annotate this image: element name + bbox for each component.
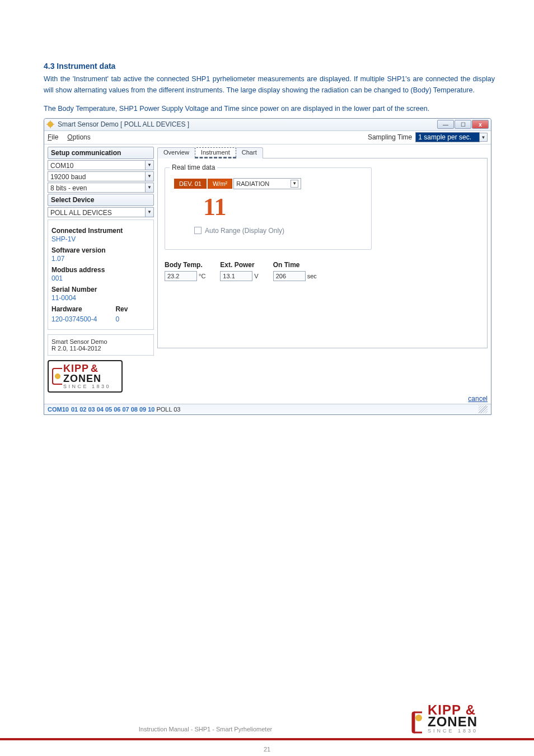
ext-power-label: Ext. Power [220,261,258,269]
tab-overview[interactable]: Overview [157,147,195,158]
setup-communication-header[interactable]: Setup communication [48,147,154,159]
serial-number-label: Serial Number [51,286,150,293]
baud-select[interactable]: 19200 baud ▼ [48,171,154,181]
auto-range-label: Auto Range (Display Only) [205,227,284,235]
on-time-unit: sec [307,273,317,279]
select-device-header[interactable]: Select Device [48,194,154,206]
footer-since: SINCE 1830 [428,728,478,734]
connected-instrument-label: Connected Instrument [51,227,150,235]
measure-select[interactable]: RADIATION ▼ [233,178,301,189]
status-addr: 04 [97,406,104,413]
device-chip: DEV. 01 [174,179,207,189]
serial-number-value: 11-0004 [51,294,150,302]
status-addr: 02 [79,406,86,413]
instrument-info-box: Connected Instrument SHP-1V Software ver… [48,220,154,330]
sidebar-logo: KIPP& ZONEN SINCE 1830 [48,360,123,393]
footer-brand-2: ZONEN [428,716,478,728]
app-version-name: Smart Sensor Demo [51,338,150,345]
hardware-label: Hardware [51,305,113,313]
window-title: Smart Sensor Demo [ POLL ALL DEVICES ] [58,120,189,128]
chevron-down-icon[interactable]: ▼ [146,183,154,193]
footer-logo-icon [411,711,425,734]
connected-instrument-value: SHP-1V [51,235,150,243]
ext-power-unit: V [254,273,258,279]
bits-select[interactable]: 8 bits - even ▼ [48,183,154,193]
window-controls: — ☐ x [437,120,489,129]
menu-options[interactable]: Options [67,133,90,141]
tab-instrument[interactable]: Instrument [195,147,236,158]
app-icon [46,120,54,128]
com-port-value: COM10 [48,160,146,170]
status-poll: POLL 03 [156,406,180,413]
unit-chip: W/m² [208,179,232,189]
logo-brand-1: KIPP [63,363,89,374]
software-version-label: Software version [51,246,150,254]
realtime-group: Real time data DEV. 01 W/m² RADIATION ▼ [165,167,372,250]
status-bar: COM10 01 02 03 04 05 06 07 08 09 10 POLL… [44,404,491,414]
menubar: File Options Sampling Time 1 sample per … [44,131,491,144]
chevron-down-icon[interactable]: ▼ [480,133,488,142]
software-version-value: 1.07 [51,255,150,263]
metrics-row: Body Temp. 23.2 °C Ext. Power 13.1 [165,261,480,281]
hardware-value: 120-0374500-4 [51,315,113,323]
realtime-group-title: Real time data [170,164,217,171]
logo-brand-2: ZONEN [63,374,111,384]
on-time-label: On Time [273,261,317,269]
body-temp-unit: °C [199,273,205,279]
menu-file[interactable]: File [48,133,58,141]
poll-select[interactable]: POLL ALL DEVICES ▼ [48,207,154,217]
rev-value: 0 [115,315,119,323]
body-temp-value: 23.2 [165,271,197,281]
status-addr: 10 [148,406,154,413]
chevron-down-icon[interactable]: ▼ [291,180,298,188]
page-number: 21 [0,746,534,753]
tab-bar: Overview Instrument Chart [157,147,488,158]
ext-power-value: 13.1 [220,271,252,281]
close-button[interactable]: x [472,120,489,129]
sampling-time-select[interactable]: 1 sample per sec. [415,132,480,142]
page-footer: Instruction Manual - SHP1 - Smart Pyrhel… [0,704,534,740]
chevron-down-icon[interactable]: ▼ [146,207,154,217]
sampling-time-label: Sampling Time [368,133,412,141]
modbus-address-label: Modbus address [51,266,150,274]
paragraph-2: The Body Temperature, SHP1 Power Supply … [44,104,495,115]
measure-value: RADIATION [236,180,269,187]
cancel-link[interactable]: cancel [44,394,491,404]
rev-label: Rev [115,305,128,313]
status-com: COM10 [48,406,69,413]
auto-range-checkbox[interactable] [194,227,202,234]
chevron-down-icon[interactable]: ▼ [146,160,154,170]
status-addr: 09 [139,406,146,413]
footer-logo: KIPP & ZONEN SINCE 1830 [411,704,495,734]
maximize-button[interactable]: ☐ [455,120,471,129]
tab-panel: Real time data DEV. 01 W/m² RADIATION ▼ [157,158,488,348]
tab-chart[interactable]: Chart [236,147,263,158]
titlebar: Smart Sensor Demo [ POLL ALL DEVICES ] —… [44,119,491,131]
app-window: Smart Sensor Demo [ POLL ALL DEVICES ] —… [44,118,491,415]
baud-value: 19200 baud [48,171,146,181]
svg-point-0 [48,122,53,127]
status-addr: 01 [71,406,78,413]
status-addr: 05 [105,406,112,413]
on-time-value: 206 [273,271,306,281]
logo-sun-icon [52,368,62,385]
bits-value: 8 bits - even [48,183,146,193]
resize-grip-icon[interactable] [479,405,488,413]
realtime-value: 11 [203,193,362,221]
chevron-down-icon[interactable]: ▼ [146,171,154,181]
body-temp-label: Body Temp. [165,261,205,269]
app-version-rev: R 2.0, 11-04-2012 [51,345,150,352]
status-addr: 08 [131,406,138,413]
section-heading: 4.3 Instrument data [44,62,495,71]
modbus-address-value: 001 [51,274,150,282]
minimize-button[interactable]: — [437,120,454,129]
poll-value: POLL ALL DEVICES [48,207,146,217]
svg-point-5 [415,715,422,721]
status-addr: 07 [122,406,129,413]
logo-ampersand: & [91,363,99,374]
status-addr: 06 [114,406,120,413]
com-port-select[interactable]: COM10 ▼ [48,160,154,170]
footer-manual-title: Instruction Manual - SHP1 - Smart Pyrhel… [0,726,411,734]
app-version-box: Smart Sensor Demo R 2.0, 11-04-2012 [48,334,154,356]
logo-since: SINCE 1830 [63,384,111,389]
